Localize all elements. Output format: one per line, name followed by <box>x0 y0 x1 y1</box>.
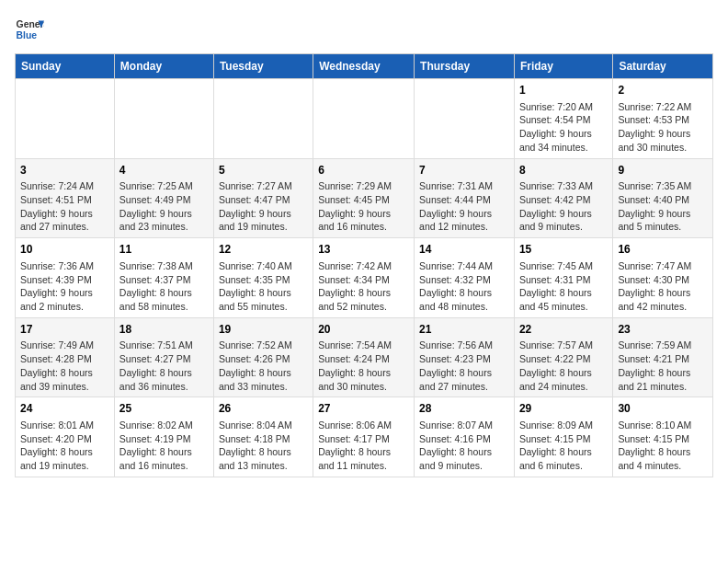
day-info: Sunrise: 7:22 AM Sunset: 4:53 PM Dayligh… <box>618 100 708 155</box>
day-number: 30 <box>618 401 708 417</box>
day-info: Sunrise: 7:42 AM Sunset: 4:34 PM Dayligh… <box>318 259 409 314</box>
day-cell: 10Sunrise: 7:36 AM Sunset: 4:39 PM Dayli… <box>16 238 115 318</box>
day-info: Sunrise: 8:07 AM Sunset: 4:16 PM Dayligh… <box>419 419 509 473</box>
day-info: Sunrise: 7:33 AM Sunset: 4:42 PM Dayligh… <box>519 179 608 234</box>
day-info: Sunrise: 7:20 AM Sunset: 4:54 PM Dayligh… <box>519 100 608 155</box>
day-info: Sunrise: 7:49 AM Sunset: 4:28 PM Dayligh… <box>20 339 109 393</box>
day-info: Sunrise: 7:52 AM Sunset: 4:26 PM Dayligh… <box>219 339 308 393</box>
week-row-5: 24Sunrise: 8:01 AM Sunset: 4:20 PM Dayli… <box>16 397 713 477</box>
day-number: 24 <box>20 401 109 417</box>
day-info: Sunrise: 7:47 AM Sunset: 4:30 PM Dayligh… <box>618 259 708 314</box>
calendar-body: 1Sunrise: 7:20 AM Sunset: 4:54 PM Daylig… <box>16 79 713 477</box>
day-number: 14 <box>419 242 509 258</box>
day-info: Sunrise: 8:04 AM Sunset: 4:18 PM Dayligh… <box>219 419 308 473</box>
day-cell <box>16 79 115 159</box>
col-header-monday: Monday <box>114 54 213 79</box>
day-cell: 15Sunrise: 7:45 AM Sunset: 4:31 PM Dayli… <box>514 238 612 318</box>
day-info: Sunrise: 8:06 AM Sunset: 4:17 PM Dayligh… <box>318 419 409 473</box>
day-number: 26 <box>219 401 308 417</box>
day-cell: 17Sunrise: 7:49 AM Sunset: 4:28 PM Dayli… <box>16 317 115 397</box>
calendar-table: SundayMondayTuesdayWednesdayThursdayFrid… <box>15 53 713 477</box>
day-info: Sunrise: 7:35 AM Sunset: 4:40 PM Dayligh… <box>618 179 708 234</box>
day-cell: 26Sunrise: 8:04 AM Sunset: 4:18 PM Dayli… <box>213 397 313 477</box>
week-row-1: 1Sunrise: 7:20 AM Sunset: 4:54 PM Daylig… <box>16 79 713 159</box>
day-cell <box>213 79 313 159</box>
day-number: 18 <box>119 322 209 338</box>
col-header-thursday: Thursday <box>415 54 515 79</box>
day-cell <box>415 79 515 159</box>
day-cell: 16Sunrise: 7:47 AM Sunset: 4:30 PM Dayli… <box>613 238 713 318</box>
day-number: 6 <box>318 163 409 178</box>
day-cell: 5Sunrise: 7:27 AM Sunset: 4:47 PM Daylig… <box>213 158 313 238</box>
day-info: Sunrise: 7:31 AM Sunset: 4:44 PM Dayligh… <box>419 179 509 234</box>
day-info: Sunrise: 7:25 AM Sunset: 4:49 PM Dayligh… <box>119 179 209 234</box>
day-info: Sunrise: 7:45 AM Sunset: 4:31 PM Dayligh… <box>519 259 608 314</box>
day-cell: 11Sunrise: 7:38 AM Sunset: 4:37 PM Dayli… <box>114 238 213 318</box>
day-number: 28 <box>419 401 509 417</box>
day-number: 1 <box>519 83 608 98</box>
day-cell: 28Sunrise: 8:07 AM Sunset: 4:16 PM Dayli… <box>415 397 515 477</box>
day-info: Sunrise: 8:09 AM Sunset: 4:15 PM Dayligh… <box>519 419 608 473</box>
day-cell: 7Sunrise: 7:31 AM Sunset: 4:44 PM Daylig… <box>415 158 515 238</box>
col-header-wednesday: Wednesday <box>313 54 415 79</box>
day-number: 11 <box>119 242 209 258</box>
week-row-3: 10Sunrise: 7:36 AM Sunset: 4:39 PM Dayli… <box>16 238 713 318</box>
day-number: 9 <box>618 163 708 178</box>
day-info: Sunrise: 7:54 AM Sunset: 4:24 PM Dayligh… <box>318 339 409 393</box>
day-info: Sunrise: 8:10 AM Sunset: 4:15 PM Dayligh… <box>618 419 708 473</box>
week-row-2: 3Sunrise: 7:24 AM Sunset: 4:51 PM Daylig… <box>16 158 713 238</box>
day-cell: 23Sunrise: 7:59 AM Sunset: 4:21 PM Dayli… <box>613 317 713 397</box>
day-info: Sunrise: 7:24 AM Sunset: 4:51 PM Dayligh… <box>20 179 109 234</box>
day-cell: 13Sunrise: 7:42 AM Sunset: 4:34 PM Dayli… <box>313 238 415 318</box>
logo-icon: General Blue <box>15 15 44 44</box>
day-number: 13 <box>318 242 409 258</box>
day-info: Sunrise: 7:59 AM Sunset: 4:21 PM Dayligh… <box>618 339 708 393</box>
day-number: 5 <box>219 163 308 178</box>
day-info: Sunrise: 7:27 AM Sunset: 4:47 PM Dayligh… <box>219 179 308 234</box>
day-number: 3 <box>20 163 109 178</box>
day-cell: 22Sunrise: 7:57 AM Sunset: 4:22 PM Dayli… <box>514 317 612 397</box>
day-cell: 25Sunrise: 8:02 AM Sunset: 4:19 PM Dayli… <box>114 397 213 477</box>
day-number: 17 <box>20 322 109 338</box>
calendar-header-row: SundayMondayTuesdayWednesdayThursdayFrid… <box>16 54 713 79</box>
logo: General Blue <box>15 15 44 44</box>
day-number: 16 <box>618 242 708 258</box>
col-header-sunday: Sunday <box>16 54 115 79</box>
day-cell <box>114 79 213 159</box>
day-cell: 14Sunrise: 7:44 AM Sunset: 4:32 PM Dayli… <box>415 238 515 318</box>
day-info: Sunrise: 7:44 AM Sunset: 4:32 PM Dayligh… <box>419 259 509 314</box>
day-cell: 8Sunrise: 7:33 AM Sunset: 4:42 PM Daylig… <box>514 158 612 238</box>
day-cell: 24Sunrise: 8:01 AM Sunset: 4:20 PM Dayli… <box>16 397 115 477</box>
day-info: Sunrise: 7:51 AM Sunset: 4:27 PM Dayligh… <box>119 339 209 393</box>
day-cell: 20Sunrise: 7:54 AM Sunset: 4:24 PM Dayli… <box>313 317 415 397</box>
day-number: 21 <box>419 322 509 338</box>
day-info: Sunrise: 7:56 AM Sunset: 4:23 PM Dayligh… <box>419 339 509 393</box>
day-info: Sunrise: 8:02 AM Sunset: 4:19 PM Dayligh… <box>119 419 209 473</box>
col-header-saturday: Saturday <box>613 54 713 79</box>
day-number: 25 <box>119 401 209 417</box>
day-number: 15 <box>519 242 608 258</box>
day-cell: 12Sunrise: 7:40 AM Sunset: 4:35 PM Dayli… <box>213 238 313 318</box>
day-number: 2 <box>618 83 708 98</box>
col-header-tuesday: Tuesday <box>213 54 313 79</box>
day-number: 22 <box>519 322 608 338</box>
day-info: Sunrise: 8:01 AM Sunset: 4:20 PM Dayligh… <box>20 419 109 473</box>
day-cell: 6Sunrise: 7:29 AM Sunset: 4:45 PM Daylig… <box>313 158 415 238</box>
day-info: Sunrise: 7:36 AM Sunset: 4:39 PM Dayligh… <box>20 259 109 314</box>
day-number: 8 <box>519 163 608 178</box>
day-info: Sunrise: 7:57 AM Sunset: 4:22 PM Dayligh… <box>519 339 608 393</box>
day-cell: 29Sunrise: 8:09 AM Sunset: 4:15 PM Dayli… <box>514 397 612 477</box>
week-row-4: 17Sunrise: 7:49 AM Sunset: 4:28 PM Dayli… <box>16 317 713 397</box>
day-number: 19 <box>219 322 308 338</box>
day-info: Sunrise: 7:29 AM Sunset: 4:45 PM Dayligh… <box>318 179 409 234</box>
day-number: 29 <box>519 401 608 417</box>
day-number: 20 <box>318 322 409 338</box>
day-cell: 1Sunrise: 7:20 AM Sunset: 4:54 PM Daylig… <box>514 79 612 159</box>
day-cell: 9Sunrise: 7:35 AM Sunset: 4:40 PM Daylig… <box>613 158 713 238</box>
day-cell: 4Sunrise: 7:25 AM Sunset: 4:49 PM Daylig… <box>114 158 213 238</box>
day-cell: 19Sunrise: 7:52 AM Sunset: 4:26 PM Dayli… <box>213 317 313 397</box>
day-cell: 3Sunrise: 7:24 AM Sunset: 4:51 PM Daylig… <box>16 158 115 238</box>
col-header-friday: Friday <box>514 54 612 79</box>
header: General Blue <box>15 15 713 44</box>
day-number: 23 <box>618 322 708 338</box>
